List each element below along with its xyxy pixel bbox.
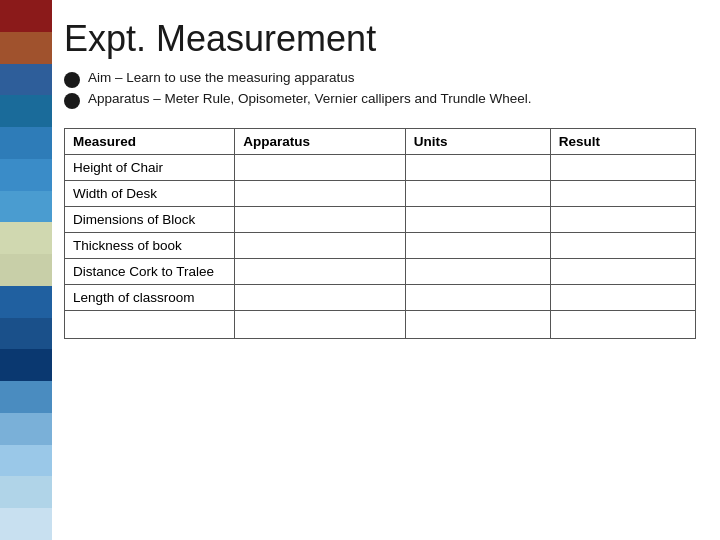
cell-result-3: [550, 233, 695, 259]
header-apparatus: Apparatus: [235, 129, 405, 155]
table-row: Length of classroom: [65, 285, 696, 311]
bullet-text-2: Apparatus – Meter Rule, Opisometer, Vern…: [88, 91, 531, 106]
bullets-section: Aim – Learn to use the measuring apparat…: [64, 70, 696, 112]
cell-result-4: [550, 259, 695, 285]
cell-measured-2: Dimensions of Block: [65, 207, 235, 233]
cell-units-3: [405, 233, 550, 259]
bullet-dot-2: [64, 93, 80, 109]
bullet-dot-1: [64, 72, 80, 88]
header-units: Units: [405, 129, 550, 155]
table-row: Height of Chair: [65, 155, 696, 181]
cell-result-0: [550, 155, 695, 181]
cell-measured-5: Length of classroom: [65, 285, 235, 311]
page-title: Expt. Measurement: [64, 18, 696, 60]
measurement-table: Measured Apparatus Units Result Height o…: [64, 128, 696, 339]
table-row: Thickness of book: [65, 233, 696, 259]
header-measured: Measured: [65, 129, 235, 155]
cell-apparatus-4: [235, 259, 405, 285]
cell-measured-6: [65, 311, 235, 339]
cell-units-0: [405, 155, 550, 181]
cell-result-6: [550, 311, 695, 339]
cell-units-4: [405, 259, 550, 285]
cell-apparatus-1: [235, 181, 405, 207]
cell-result-1: [550, 181, 695, 207]
bullet-1: Aim – Learn to use the measuring apparat…: [64, 70, 696, 88]
table-row: Dimensions of Block: [65, 207, 696, 233]
table-row: Width of Desk: [65, 181, 696, 207]
cell-result-5: [550, 285, 695, 311]
side-strip: [0, 0, 52, 540]
cell-measured-0: Height of Chair: [65, 155, 235, 181]
cell-apparatus-6: [235, 311, 405, 339]
bullet-2: Apparatus – Meter Rule, Opisometer, Vern…: [64, 91, 696, 109]
cell-units-1: [405, 181, 550, 207]
header-result: Result: [550, 129, 695, 155]
bullet-text-1: Aim – Learn to use the measuring apparat…: [88, 70, 354, 85]
cell-apparatus-0: [235, 155, 405, 181]
table-header-row: Measured Apparatus Units Result: [65, 129, 696, 155]
cell-measured-3: Thickness of book: [65, 233, 235, 259]
cell-result-2: [550, 207, 695, 233]
cell-apparatus-5: [235, 285, 405, 311]
cell-units-2: [405, 207, 550, 233]
cell-apparatus-3: [235, 233, 405, 259]
cell-measured-4: Distance Cork to Tralee: [65, 259, 235, 285]
table-row: Distance Cork to Tralee: [65, 259, 696, 285]
main-content: Expt. Measurement Aim – Learn to use the…: [52, 0, 720, 540]
cell-measured-1: Width of Desk: [65, 181, 235, 207]
cell-apparatus-2: [235, 207, 405, 233]
cell-units-5: [405, 285, 550, 311]
table-row-empty: [65, 311, 696, 339]
cell-units-6: [405, 311, 550, 339]
